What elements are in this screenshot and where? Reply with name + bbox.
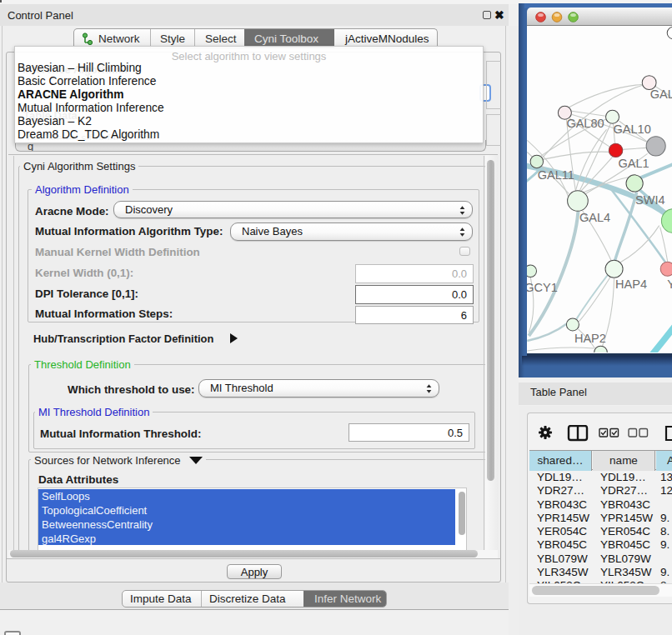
svg-text:GAL10: GAL10 bbox=[614, 122, 651, 136]
svg-text:GAL11: GAL11 bbox=[538, 168, 574, 182]
svg-text:GAL80: GAL80 bbox=[566, 117, 604, 130]
svg-text:SWI4: SWI4 bbox=[635, 193, 665, 207]
svg-text:YJ: YJ bbox=[667, 278, 672, 291]
svg-text:GAL1: GAL1 bbox=[619, 157, 649, 170]
svg-text:GAL7: GAL7 bbox=[650, 88, 672, 101]
svg-text:HAP4: HAP4 bbox=[615, 278, 647, 291]
svg-text:GAL4: GAL4 bbox=[579, 211, 610, 224]
svg-text:HAP2: HAP2 bbox=[574, 332, 606, 345]
svg-text:GCY1: GCY1 bbox=[527, 281, 558, 294]
